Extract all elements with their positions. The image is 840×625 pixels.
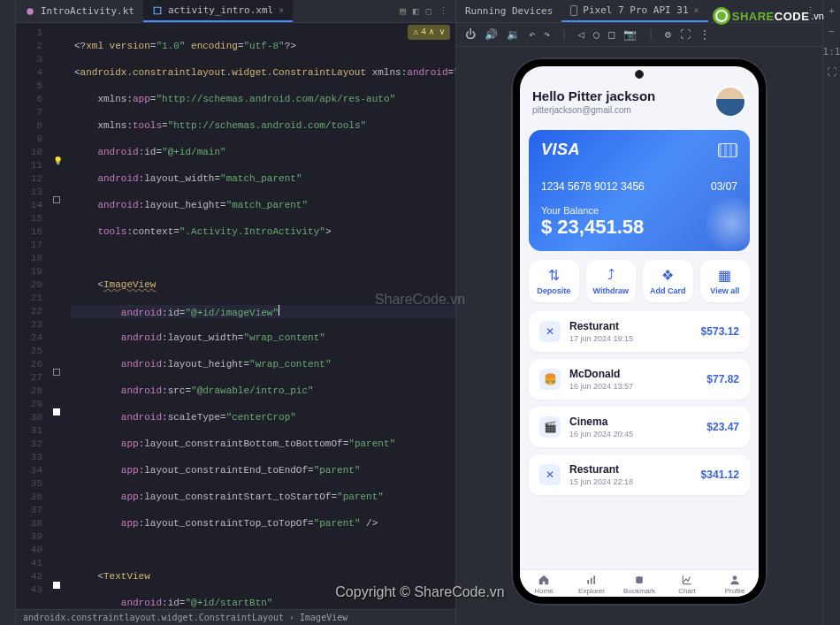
line-number-gutter: 1234567891011121314151617181920212223242… xyxy=(16,23,48,609)
rotate-right-icon[interactable]: ↷ xyxy=(544,28,550,41)
tx-amount: $77.82 xyxy=(706,373,739,385)
quick-actions: ⇅ Deposite ⤴ Withdraw ❖ Add Card ▦ xyxy=(520,251,759,308)
activity-bar[interactable] xyxy=(0,0,16,625)
user-email: pitterjackson@gmail.com xyxy=(532,105,714,115)
color-swatch-icon[interactable] xyxy=(53,408,60,415)
right-tool-sidebar: + − 1:1 ⛶ xyxy=(822,0,840,625)
overview-icon[interactable]: □ xyxy=(608,28,615,41)
card-number: 1234 5678 9012 3456 xyxy=(541,180,645,193)
bookmark-icon[interactable] xyxy=(53,369,60,376)
phone-icon xyxy=(570,5,577,16)
transaction-item[interactable]: 🎬 Cinema16 jun 2024 20:45 $23.47 xyxy=(529,407,750,447)
phone-screen[interactable]: Hello Pitter jackson pitterjackson@gmail… xyxy=(520,66,759,597)
restaurant-icon: ✕ xyxy=(539,321,561,342)
split-view-icon[interactable]: ◧ xyxy=(413,5,419,17)
settings-icon[interactable]: ⚙ xyxy=(665,28,671,41)
balance-label: Your Balance xyxy=(541,205,737,216)
close-icon[interactable]: × xyxy=(279,5,284,15)
tx-amount: $23.47 xyxy=(706,421,739,433)
zoom-actual-button[interactable]: ⛶ xyxy=(827,66,836,78)
svg-rect-2 xyxy=(591,578,592,584)
emulator-viewport: Hello Pitter jackson pitterjackson@gmail… xyxy=(456,47,822,625)
zoom-fit-button[interactable]: 1:1 xyxy=(823,46,840,57)
food-icon: 🍔 xyxy=(539,369,561,390)
svg-point-7 xyxy=(733,575,737,580)
transaction-item[interactable]: 🍔 McDonald16 jun 2024 13:57 $77.82 xyxy=(529,359,750,400)
restaurant-icon: ✕ xyxy=(539,464,561,485)
rotate-left-icon[interactable]: ↶ xyxy=(529,28,535,41)
card-brand: VISA xyxy=(541,141,580,159)
code-content[interactable]: <?xml version="1.0" encoding="utf-8"?> <… xyxy=(71,23,455,609)
more-icon[interactable]: ⋮ xyxy=(439,5,448,17)
phone-camera xyxy=(635,70,644,79)
extend-icon[interactable]: ⛶ xyxy=(680,28,691,41)
svg-point-0 xyxy=(27,8,34,15)
volume-up-icon[interactable]: 🔊 xyxy=(485,28,498,41)
nav-chart[interactable]: Chart xyxy=(663,574,711,595)
grid-icon: ▦ xyxy=(702,267,749,283)
tx-amount: $341.12 xyxy=(701,469,739,481)
gutter-icons: 💡 xyxy=(48,23,71,609)
tab-running-devices[interactable]: Running Devices xyxy=(456,0,561,22)
cinema-icon: 🎬 xyxy=(539,416,561,438)
withdraw-icon: ⤴ xyxy=(588,267,635,283)
credit-card[interactable]: VISA 1234 5678 9012 3456 03/07 Your Bala… xyxy=(529,130,750,251)
tx-amount: $573.12 xyxy=(701,325,739,338)
nav-home[interactable]: Home xyxy=(520,574,568,595)
svg-rect-1 xyxy=(587,580,589,584)
kotlin-file-icon xyxy=(25,6,35,17)
emulator-panel: Running Devices Pixel 7 Pro API 31 × + ⋮… xyxy=(455,0,822,625)
transaction-list[interactable]: ✕ Resturant17 jun 2024 19:15 $573.12 🍔 M… xyxy=(520,308,759,569)
phone-frame: Hello Pitter jackson pitterjackson@gmail… xyxy=(511,57,767,606)
nav-explorer[interactable]: Explorer xyxy=(568,574,615,595)
design-view-icon[interactable]: ▢ xyxy=(425,5,431,17)
deposit-icon: ⇅ xyxy=(531,267,577,283)
add-card-icon: ❖ xyxy=(645,267,691,283)
withdraw-button[interactable]: ⤴ Withdraw xyxy=(586,260,637,302)
close-icon[interactable]: × xyxy=(694,5,699,15)
more-icon[interactable]: ⋮ xyxy=(699,28,710,41)
svg-rect-3 xyxy=(593,575,595,583)
code-editor[interactable]: ⚠ 4 ∧ ∨ 12345678910111213141516171819202… xyxy=(16,23,455,609)
emulator-toolbar: ⏻ 🔊 🔉 ↶ ↷ | ◁ ○ □ 📷 | ⚙ ⛶ ⋮ xyxy=(456,23,822,47)
zoom-in-button[interactable]: + xyxy=(829,5,835,17)
view-all-button[interactable]: ▦ View all xyxy=(700,260,751,302)
sharecode-logo: SHARECODE.vn xyxy=(713,7,824,25)
editor-tabs: IntroActivity.kt activity_intro.xml × ▤ … xyxy=(16,0,455,23)
nav-bookmark[interactable]: Bookmark xyxy=(615,574,663,595)
bottom-navigation: Home Explorer Bookmark Chart Profile xyxy=(520,569,759,597)
xml-file-icon xyxy=(152,5,163,16)
transaction-item[interactable]: ✕ Resturant17 jun 2024 19:15 $573.12 xyxy=(529,311,750,352)
lightbulb-icon[interactable]: 💡 xyxy=(53,156,63,169)
back-icon[interactable]: ◁ xyxy=(578,28,584,41)
deposit-button[interactable]: ⇅ Deposite xyxy=(529,260,579,302)
editor-panel: IntroActivity.kt activity_intro.xml × ▤ … xyxy=(16,0,455,625)
color-swatch-icon[interactable] xyxy=(53,582,60,589)
screenshot-icon[interactable]: 📷 xyxy=(623,28,637,41)
home-icon[interactable]: ○ xyxy=(593,28,599,41)
nav-profile[interactable]: Profile xyxy=(711,574,759,595)
tab-introactivity-kt[interactable]: IntroActivity.kt xyxy=(16,0,143,22)
add-card-button[interactable]: ❖ Add Card xyxy=(643,260,693,302)
bookmark-icon[interactable] xyxy=(53,196,60,203)
greeting-text: Hello Pitter jackson xyxy=(532,88,714,103)
code-view-icon[interactable]: ▤ xyxy=(400,5,406,17)
tab-pixel7[interactable]: Pixel 7 Pro API 31 × xyxy=(561,0,707,22)
tab-activity-intro-xml[interactable]: activity_intro.xml × xyxy=(143,0,293,22)
transaction-item[interactable]: ✕ Resturant15 jun 2024 22:18 $341.12 xyxy=(529,454,750,495)
zoom-out-button[interactable]: − xyxy=(829,26,835,37)
chip-icon xyxy=(718,143,737,157)
avatar[interactable] xyxy=(714,86,746,118)
svg-point-6 xyxy=(636,581,643,584)
card-expiry: 03/07 xyxy=(711,180,737,193)
breadcrumb[interactable]: androidx.constraintlayout.widget.Constra… xyxy=(16,609,455,625)
volume-down-icon[interactable]: 🔉 xyxy=(507,28,520,41)
power-icon[interactable]: ⏻ xyxy=(465,28,476,41)
